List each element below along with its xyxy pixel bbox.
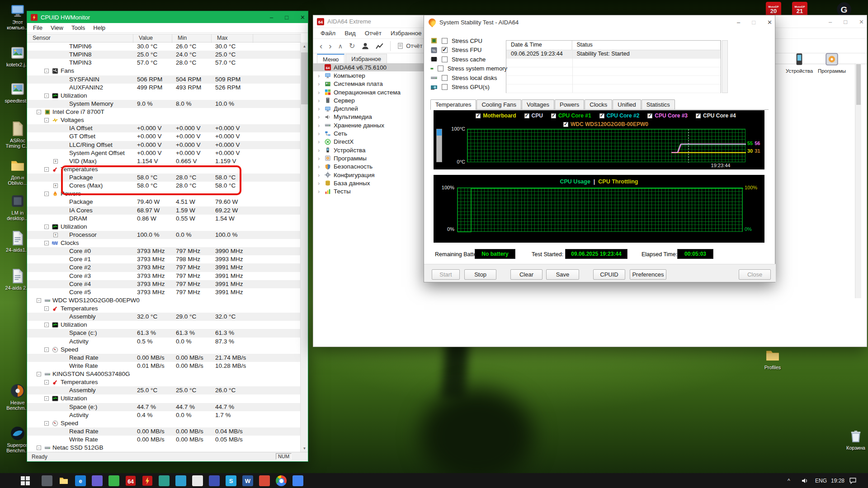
checkbox[interactable] [442,75,448,81]
chevron-right-icon[interactable]: › [318,138,322,145]
sensor-group-row[interactable]: -Utilization [27,321,301,329]
sensor-row[interactable]: Space (e:)44.7 %44.7 %44.7 % [27,403,301,411]
sensor-row[interactable]: TMPIN630.0 °C26.0 °C30.0 °C [27,42,301,51]
store-taskbar-icon[interactable] [92,475,103,486]
collapse-icon[interactable]: - [44,306,49,311]
telegram-taskbar-icon[interactable] [175,475,186,486]
sensor-row[interactable]: TMPIN825.0 °C24.0 °C25.0 °C [27,51,301,59]
file-explorer-taskbar-icon[interactable] [58,475,69,486]
report-button[interactable]: Отчёт [397,42,422,49]
scrollbar-thumb[interactable] [301,52,308,104]
sensor-row[interactable]: Read Rate0.00 MB/s0.00 MB/s0.04 MB/s [27,427,301,436]
cpuid-button[interactable]: CPUID [593,269,625,280]
sensor-row[interactable]: Core #43793 MHz797 MHz3991 MHz [27,280,301,288]
slider-thumb[interactable] [437,129,442,136]
stress-option-row[interactable]: Stress GPU(s) [430,83,507,92]
collapse-icon[interactable]: - [44,323,49,327]
collapse-icon[interactable]: - [44,192,49,196]
tab-temperatures[interactable]: Temperatures [430,99,476,110]
sensor-row[interactable]: Write Rate0.00 MB/s0.00 MB/s0.05 MB/s [27,436,301,444]
expand-icon[interactable]: + [53,233,58,237]
chevron-right-icon[interactable]: › [318,105,322,112]
checkbox[interactable] [442,38,448,44]
app-indigo-taskbar-icon[interactable] [209,475,220,486]
stress-option-row[interactable]: Stress cache [430,55,507,64]
legend-checkbox-checked[interactable] [476,113,481,118]
log-row[interactable]: 09.06.2025 19:23:44Stability Test: Start… [506,50,721,59]
app-red-taskbar-icon[interactable] [259,475,270,486]
sensor-group-row[interactable]: -Fans [27,67,301,75]
stress-option-row[interactable]: Stress system memory [430,64,507,74]
sensor-row[interactable]: Read Rate0.00 MB/s0.00 MB/s21.74 MB/s [27,354,301,362]
start-button[interactable]: Start [432,269,460,280]
menu-item-file[interactable]: File [29,23,47,32]
menu-item-2[interactable]: Отчёт [360,29,386,38]
chevron-right-icon[interactable]: › [318,122,322,129]
log-row[interactable] [506,76,721,84]
collapse-icon[interactable]: - [44,94,49,98]
sensor-row[interactable]: Write Rate0.01 MB/s0.00 MB/s10.28 MB/s [27,362,301,370]
legend-checkbox-checked[interactable] [599,113,604,118]
chevron-right-icon[interactable]: › [318,188,322,195]
column-header-min[interactable]: Min [172,34,212,43]
edge-browser-taskbar-icon[interactable]: e [75,475,86,486]
tab-unified[interactable]: Unified [613,99,641,109]
sensor-row[interactable]: Assembly32.0 °C29.0 °C32.0 °C [27,313,301,321]
stress-option-row[interactable]: %Stress FPU [430,46,507,55]
sensor-row[interactable]: AUXFANIN2499 RPM493 RPM526 RPM [27,84,301,92]
legend-checkbox-checked[interactable] [524,113,529,118]
sensor-row[interactable]: +VID (Max)1.154 V0.665 V1.159 V [27,157,301,165]
menu-item-tools[interactable]: Tools [67,23,89,32]
checkbox[interactable] [442,84,448,90]
desktop-icon[interactable]: Profiles [759,348,787,370]
sensor-group-row[interactable]: -Utilization [27,92,301,100]
collapse-icon[interactable]: - [44,118,49,122]
sensor-row[interactable]: Core #23793 MHz797 MHz3991 MHz [27,263,301,272]
chevron-right-icon[interactable]: › [318,172,322,178]
word-taskbar-icon[interactable]: W [242,475,253,486]
menu-item-view[interactable]: View [47,23,67,32]
speaker-icon[interactable] [801,473,808,488]
skype-taskbar-icon[interactable]: S [226,475,236,486]
chevron-right-icon[interactable]: › [318,163,322,170]
scroll-down-icon[interactable]: ▼ [301,445,308,452]
chevron-right-icon[interactable]: › [318,97,322,104]
hwmonitor-scrollbar[interactable]: ▲ ▼ [300,42,308,452]
close-button[interactable]: Close [739,269,771,280]
app-green-taskbar-icon[interactable] [108,475,119,486]
expand-icon[interactable]: + [53,159,58,164]
sensor-row[interactable]: LLC/Ring Offset+0.000 V+0.000 V+0.000 V [27,141,301,149]
log-column-0[interactable]: Date & Time [506,41,572,50]
app-teal-taskbar-icon[interactable] [159,475,170,486]
sensor-row[interactable]: Assembly25.0 °C25.0 °C26.0 °C [27,386,301,394]
pane-tab-0[interactable]: Меню [317,54,344,64]
device-row[interactable]: -KINGSTON SA400S37480G [27,370,301,378]
sensor-row[interactable]: TMPIN357.0 °C28.0 °C57.0 °C [27,59,301,67]
scroll-up-icon[interactable]: ▲ [301,42,308,50]
back-button[interactable]: ‹ [320,41,322,51]
graph-zoom-slider[interactable] [436,129,442,162]
desktop-icon[interactable]: Корзина [842,428,868,450]
collapse-icon[interactable]: - [44,421,49,426]
sensor-row[interactable]: System Agent Offset+0.000 V+0.000 V+0.00… [27,149,301,157]
collapse-icon[interactable]: - [44,396,49,401]
up-button[interactable]: ∧ [338,42,343,50]
preferences-button[interactable]: Preferences [630,269,666,280]
checkbox[interactable] [438,66,443,71]
tab-cooling-fans[interactable]: Cooling Fans [476,99,521,109]
sensor-group-row[interactable]: -Voltages [27,116,301,124]
device-row[interactable]: -Intel Core i7 8700T [27,108,301,116]
log-row[interactable] [506,67,721,76]
sensor-group-row[interactable]: -Temperatures [27,305,301,313]
collapse-icon[interactable]: - [44,347,49,352]
sensor-row[interactable]: IA Cores68.97 W1.59 W69.22 W [27,206,301,215]
hwmonitor-taskbar-icon[interactable] [142,475,153,486]
sensor-row[interactable]: Core #33793 MHz797 MHz3991 MHz [27,272,301,280]
minimize-button[interactable]: – [829,19,832,25]
column-header-max[interactable]: Max [212,34,253,43]
scrollbar-thumb[interactable] [856,64,861,105]
minimize-button[interactable]: – [270,14,273,21]
tray-expand-icon[interactable]: ^ [788,473,790,488]
sensor-row[interactable]: GT Offset+0.000 V+0.000 V+0.000 V [27,132,301,141]
hwmonitor-titlebar[interactable]: CPUID HWMonitor – □ ✕ [27,11,308,23]
